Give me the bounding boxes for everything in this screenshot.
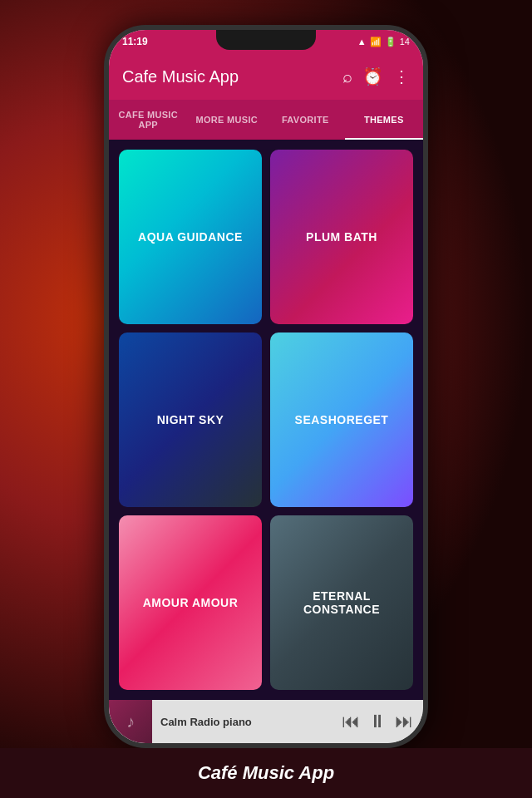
theme-card-aqua-label: AQUA GUIDANCE bbox=[131, 224, 249, 250]
pause-button[interactable]: ⏸ bbox=[368, 711, 387, 732]
app-title: Cafe Music App bbox=[122, 67, 239, 86]
tab-themes[interactable]: THEMES bbox=[345, 100, 424, 140]
next-button[interactable]: ⏭ bbox=[395, 711, 413, 732]
mini-player-title: Calm Radio piano bbox=[160, 716, 252, 728]
mini-player-controls: ⏮ ⏸ ⏭ bbox=[342, 711, 423, 732]
bottom-bar-label: Café Music App bbox=[198, 762, 334, 784]
theme-card-amour-label: AMOUR AMOUR bbox=[136, 589, 245, 616]
wifi-icon: 📶 bbox=[370, 37, 382, 47]
tab-more-music[interactable]: MORE MUSIC bbox=[188, 100, 267, 140]
alarm-icon[interactable]: ⏰ bbox=[362, 66, 383, 86]
phone-notch bbox=[216, 30, 316, 50]
theme-card-nightsky[interactable]: NIGHT SKY bbox=[119, 332, 262, 507]
app-header: Cafe Music App ⌕ ⏰ ⋮ bbox=[109, 53, 423, 100]
mini-player: ♪ Calm Radio piano ⏮ ⏸ ⏭ bbox=[109, 700, 423, 743]
theme-card-eternal-label: ETERNAL CONSTANCE bbox=[270, 583, 413, 623]
theme-card-plum-label: PLUM BATH bbox=[299, 224, 384, 250]
status-icons: ▲ 📶 🔋 14 bbox=[357, 37, 410, 47]
theme-card-amour[interactable]: AMOUR AMOUR bbox=[119, 515, 262, 690]
signal-icon: ▲ bbox=[357, 37, 367, 47]
theme-card-seashore-label: SEASHOREGET bbox=[288, 406, 396, 433]
prev-button[interactable]: ⏮ bbox=[342, 711, 360, 732]
theme-card-aqua[interactable]: AQUA GUIDANCE bbox=[119, 150, 262, 324]
theme-card-eternal[interactable]: ETERNAL CONSTANCE bbox=[270, 515, 413, 690]
phone-screen: 11:19 ▲ 📶 🔋 14 Cafe Music App ⌕ ⏰ ⋮ CAFE… bbox=[109, 30, 423, 743]
theme-card-nightsky-label: NIGHT SKY bbox=[150, 406, 231, 433]
phone-device: 11:19 ▲ 📶 🔋 14 Cafe Music App ⌕ ⏰ ⋮ CAFE… bbox=[104, 25, 428, 748]
tab-cafe-music[interactable]: CAFE MUSIC APP bbox=[109, 100, 188, 140]
header-icons: ⌕ ⏰ ⋮ bbox=[342, 66, 410, 86]
tab-bar: CAFE MUSIC APP MORE MUSIC FAVORITE THEME… bbox=[109, 100, 423, 140]
battery-level: 14 bbox=[400, 37, 410, 47]
battery-icon: 🔋 bbox=[385, 37, 397, 47]
bottom-bar: Café Music App bbox=[0, 748, 532, 798]
tab-favorite[interactable]: FAVORITE bbox=[266, 100, 345, 140]
themes-grid: AQUA GUIDANCE PLUM BATH NIGHT SKY SEASHO… bbox=[109, 140, 423, 700]
mini-player-info: Calm Radio piano bbox=[152, 714, 342, 729]
theme-card-plum[interactable]: PLUM BATH bbox=[270, 150, 413, 324]
status-time: 11:19 bbox=[122, 36, 148, 47]
search-icon[interactable]: ⌕ bbox=[342, 67, 352, 86]
more-menu-icon[interactable]: ⋮ bbox=[393, 66, 410, 86]
theme-card-seashore[interactable]: SEASHOREGET bbox=[270, 332, 413, 507]
